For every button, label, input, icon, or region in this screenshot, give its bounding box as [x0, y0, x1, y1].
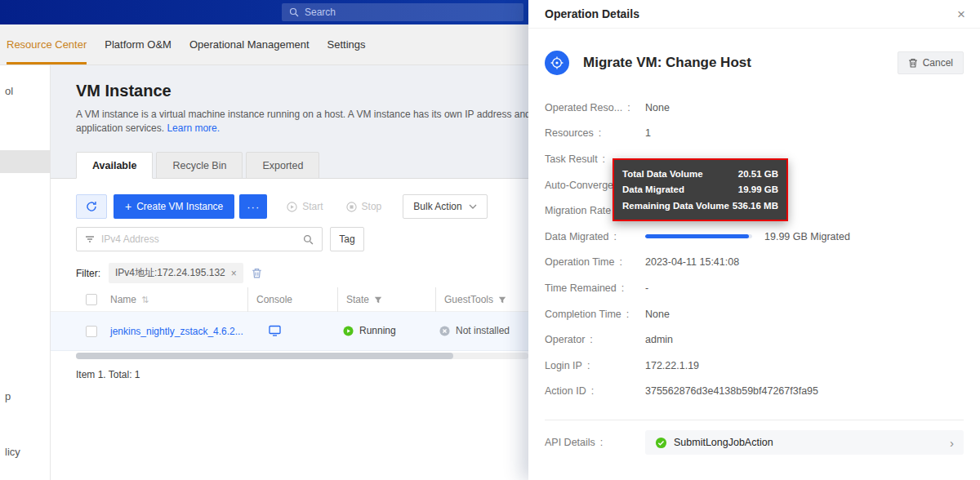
nav-platform-om[interactable]: Platform O&M [105, 24, 172, 64]
sidebar-item-fragment[interactable]: licy [5, 446, 20, 458]
nav-resource-center[interactable]: Resource Center [7, 24, 87, 64]
sidebar: ol p licy [0, 65, 51, 480]
field-label-text: Operation Time [545, 256, 614, 268]
tooltip-row: Total Data Volume 20.51 GB [622, 166, 778, 182]
row-checkbox[interactable] [86, 326, 97, 337]
field-value: admin [645, 334, 673, 345]
filter-funnel-icon[interactable] [374, 296, 382, 304]
column-name-label: Name [110, 294, 136, 305]
api-details-item[interactable]: SubmitLongJobAction › [645, 430, 964, 455]
learn-more-link[interactable]: Learn more. [167, 122, 220, 134]
console-icon[interactable] [269, 325, 281, 336]
field-colon: : [619, 256, 621, 268]
not-installed-icon [439, 326, 450, 336]
field-value: 172.22.1.19 [645, 360, 699, 371]
tab-exported[interactable]: Exported [246, 152, 319, 179]
tooltip-metric-name: Total Data Volume [622, 169, 703, 179]
field-label-text: Time Remained [545, 282, 617, 294]
field-resources: Resources: 1 [545, 121, 964, 147]
field-label: Operation Time: [545, 256, 645, 268]
stop-button[interactable]: Stop [346, 201, 382, 212]
sidebar-selected-item[interactable] [0, 150, 51, 173]
field-label-text: Task Result [545, 153, 598, 165]
state-cell: Running [343, 325, 396, 336]
table-header: Name ⇅ Console State GuestTools [51, 287, 528, 312]
field-operated-resources: Operated Reso...: None [545, 95, 964, 121]
stop-icon [346, 202, 357, 212]
global-search-input[interactable]: Search [282, 3, 523, 21]
tab-available[interactable]: Available [76, 152, 153, 179]
refresh-icon [86, 201, 97, 212]
global-search-placeholder: Search [305, 7, 336, 18]
migrate-vm-icon [545, 51, 569, 75]
filter-chip[interactable]: IPv4地址:172.24.195.132 × [109, 263, 243, 283]
search-placeholder: IPv4 Address [101, 233, 296, 245]
create-vm-button[interactable]: + Create VM Instance [114, 194, 234, 219]
field-value: 1 [645, 127, 651, 139]
main-nav: Resource Center Platform O&M Operational… [0, 24, 528, 65]
refresh-button[interactable] [76, 194, 107, 219]
tooltip-metric-value: 20.51 GB [738, 169, 778, 179]
field-colon: : [627, 102, 630, 113]
start-button[interactable]: Start [287, 201, 323, 212]
progress-fill [645, 234, 749, 238]
sort-icon[interactable]: ⇅ [141, 295, 149, 305]
drawer-header: Operation Details × [528, 0, 980, 29]
field-label-text: Operator [545, 334, 585, 345]
search-row: IPv4 Address Tag [76, 227, 364, 251]
search-icon[interactable] [303, 234, 314, 245]
chevron-down-icon [469, 204, 477, 209]
sidebar-item-fragment[interactable]: p [5, 390, 11, 402]
operation-details-drawer: Operation Details × Migrate VM: Change H… [528, 0, 980, 480]
chip-close-icon[interactable]: × [231, 269, 237, 278]
filter-chip-text: IPv4地址:172.24.195.132 [115, 266, 225, 280]
api-action-name: SubmitLongJobAction [674, 437, 773, 448]
main-window: Search Resource Center Platform O&M Oper… [0, 0, 528, 480]
tag-button[interactable]: Tag [330, 227, 364, 251]
detail-fields: Operated Reso...: None Resources: 1 Task… [545, 95, 964, 404]
clear-filters-trash-icon[interactable] [252, 268, 262, 279]
field-colon: : [603, 153, 605, 165]
scrollbar-thumb[interactable] [76, 353, 453, 359]
field-operator: Operator: admin [545, 327, 964, 353]
field-label: Operated Reso...: [545, 102, 645, 113]
tooltip-metric-name: Remaining Data Volume [622, 201, 729, 211]
field-label: Resources: [545, 127, 645, 139]
tooltip-row: Data Migrated 19.99 GB [622, 182, 778, 198]
description-line2: application services. Learn more. [76, 122, 528, 136]
ipv4-search-input[interactable]: IPv4 Address [76, 227, 323, 251]
select-all-checkbox[interactable] [86, 294, 97, 305]
column-state-label: State [346, 294, 369, 305]
running-state-icon [343, 326, 354, 336]
vm-name-link[interactable]: jenkins_nightly_zstack_4.6.2... [110, 326, 243, 337]
table-row[interactable]: jenkins_nightly_zstack_4.6.2... Running … [51, 312, 528, 351]
field-colon: : [591, 385, 594, 397]
field-value: 19.99 GB Migrated [764, 231, 850, 242]
operation-title: Migrate VM: Change Host [583, 55, 751, 71]
field-label-text: Data Migrated [545, 231, 609, 242]
description-line1: A VM instance is a virtual machine insta… [76, 108, 528, 122]
column-console-label: Console [256, 294, 292, 305]
close-icon[interactable]: × [957, 7, 965, 21]
column-name[interactable]: Name ⇅ [110, 287, 149, 312]
page-description: A VM instance is a virtual machine insta… [76, 108, 528, 136]
start-icon [287, 202, 297, 212]
field-value: None [645, 309, 670, 320]
tab-recycle-bin[interactable]: Recycle Bin [156, 152, 243, 179]
cancel-operation-button[interactable]: Cancel [898, 51, 964, 74]
nav-settings[interactable]: Settings [327, 24, 366, 64]
field-action-id: Action ID: 375562876d3e4138b59bf47267f3f… [545, 379, 964, 405]
field-label-text: API Details [545, 437, 595, 448]
bulk-action-button[interactable]: Bulk Action [403, 194, 487, 219]
migration-progress-bar [645, 234, 752, 238]
field-label-text: Action ID [545, 385, 586, 397]
nav-operational-management[interactable]: Operational Management [189, 24, 310, 64]
tooltip-metric-value: 536.16 MB [733, 201, 778, 211]
more-actions-button[interactable]: ··· [239, 194, 267, 219]
filter-funnel-icon[interactable] [498, 296, 506, 304]
sidebar-item-fragment[interactable]: ol [5, 85, 13, 97]
field-colon: : [590, 334, 592, 345]
field-label-text: Operated Reso... [545, 102, 622, 113]
filter-row: Filter: IPv4地址:172.24.195.132 × [76, 263, 262, 283]
page-tabs: Available Recycle Bin Exported [76, 152, 319, 179]
